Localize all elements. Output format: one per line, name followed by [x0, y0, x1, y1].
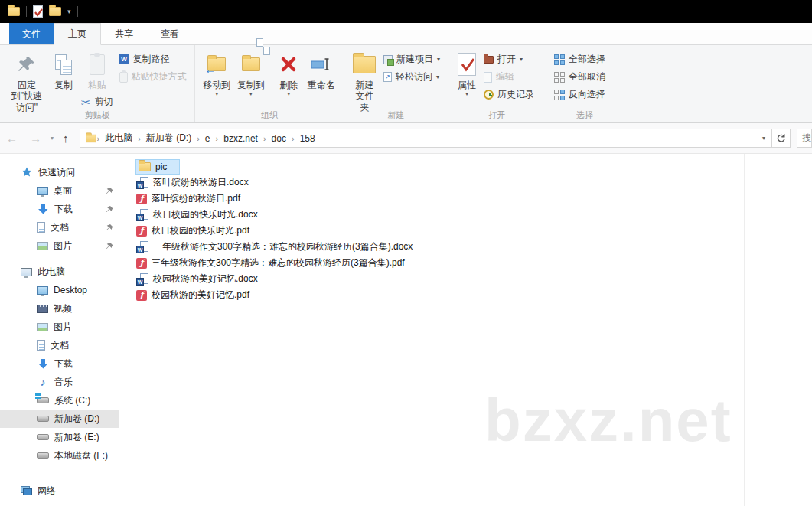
open-button[interactable]: 打开 ▾: [481, 51, 537, 68]
sidebar-item-videos[interactable]: 视频: [0, 299, 119, 318]
paste-shortcut-label: 粘贴快捷方式: [132, 70, 187, 83]
select-all-icon: [554, 54, 565, 65]
breadcrumb-e[interactable]: e: [200, 133, 216, 144]
ribbon-group-new: 新建 文件夹 新建项目 ▾ 轻松访问 ▾ 新建: [344, 45, 448, 122]
rename-icon: [311, 51, 332, 78]
rename-label: 重命名: [308, 80, 335, 90]
drive-icon: [37, 416, 49, 422]
pin-to-quick-access-label: 固定到"快速访问": [7, 80, 47, 113]
breadcrumb-drive-d[interactable]: 新加卷 (D:): [141, 132, 197, 145]
move-to-button[interactable]: ← 移动到 ▾: [200, 47, 233, 101]
copy-path-button[interactable]: W 复制路径: [116, 51, 190, 68]
sidebar-item-downloads[interactable]: 下载: [0, 354, 119, 373]
sidebar-item-desktop[interactable]: Desktop: [0, 281, 119, 299]
file-row[interactable]: 秋日校园的快乐时光.pdf: [126, 223, 812, 239]
file-row[interactable]: 校园秋游的美好记忆.docx: [126, 271, 812, 287]
ribbon: 固定到"快速访问" 复制 粘贴 ✂ 剪切 W 复制路径 粘贴快捷方式: [0, 45, 812, 123]
history-icon: [484, 90, 494, 100]
sidebar-item-documents[interactable]: 文档: [0, 336, 119, 354]
file-row[interactable]: 三年级秋游作文300字精选：难忘的校园秋游经历(3篇合集).docx: [126, 239, 812, 255]
file-row[interactable]: 落叶缤纷的秋游日.pdf: [126, 191, 812, 207]
copy-to-label: 复制到: [237, 80, 265, 90]
quick-access-toolbar-caret-icon[interactable]: ▾: [67, 8, 71, 15]
word-icon: [136, 209, 148, 221]
sidebar-item-drive-c[interactable]: 系统 (C:): [0, 391, 119, 410]
sidebar-item-drive-d[interactable]: 新加卷 (D:): [0, 410, 119, 428]
file-row[interactable]: 落叶缤纷的秋游日.docx: [126, 175, 812, 191]
file-row[interactable]: 秋日校园的快乐时光.docx: [126, 207, 812, 223]
invert-selection-button[interactable]: 反向选择: [551, 86, 608, 103]
copy-to-button[interactable]: 复制到 ▾: [233, 47, 267, 101]
main-area: 快速访问 桌面 下载 文档 图片 此电脑 Desktop: [0, 154, 812, 506]
pane-divider: [744, 154, 745, 506]
select-all-label: 全部选择: [569, 53, 605, 66]
sidebar-item-music[interactable]: ♪ 音乐: [0, 373, 119, 391]
sidebar-item-this-pc[interactable]: 此电脑: [0, 263, 119, 281]
properties-shortcut-icon[interactable]: [33, 5, 43, 18]
up-button[interactable]: ↑: [57, 132, 75, 145]
sidebar-item-documents-qa[interactable]: 文档: [0, 218, 119, 237]
address-bar[interactable]: › 此电脑 › 新加卷 (D:) › e › bzxz.net › doc › …: [80, 129, 773, 148]
breadcrumb-bzxz-net[interactable]: bzxz.net: [218, 133, 263, 144]
clipboard-icon: [90, 51, 105, 78]
breadcrumb-doc[interactable]: doc: [266, 133, 292, 144]
ribbon-group-open: 属性 ▾ 打开 ▾ 编辑 历史记录 打开: [448, 45, 546, 122]
tab-share[interactable]: 共享: [101, 23, 147, 44]
system-drive-icon: [37, 397, 49, 403]
properties-button[interactable]: 属性 ▾: [453, 47, 481, 101]
forward-button[interactable]: →: [24, 132, 47, 145]
refresh-button[interactable]: [772, 129, 791, 148]
cut-button[interactable]: ✂ 剪切: [78, 93, 116, 111]
pin-icon: [106, 224, 113, 234]
organize-group-label: 组织: [195, 109, 344, 121]
download-icon: [37, 359, 49, 369]
ribbon-group-select: 全部选择 全部取消 反向选择 选择: [546, 45, 623, 122]
sidebar-item-quick-access[interactable]: 快速访问: [0, 163, 119, 181]
pdf-icon: [136, 290, 147, 301]
address-dropdown-caret-icon[interactable]: ▾: [756, 135, 771, 142]
delete-button[interactable]: 删除 ▾: [274, 47, 304, 101]
select-all-button[interactable]: 全部选择: [551, 51, 608, 68]
sidebar-item-downloads-qa[interactable]: 下载: [0, 200, 119, 218]
rename-button[interactable]: 重命名: [304, 47, 339, 93]
breadcrumb-158[interactable]: 158: [295, 133, 321, 144]
copy-path-label: 复制路径: [133, 53, 170, 66]
sidebar-item-pictures[interactable]: 图片: [0, 318, 119, 336]
search-input[interactable]: 搜: [797, 129, 812, 148]
app-folder-icon: [8, 7, 20, 16]
sidebar-item-drive-e[interactable]: 新加卷 (E:): [0, 428, 119, 446]
easy-access-icon: [383, 72, 392, 82]
sidebar-item-label: 下载: [54, 357, 73, 371]
pin-to-quick-access-button[interactable]: 固定到"快速访问": [5, 47, 49, 116]
pin-icon: [106, 205, 113, 216]
sidebar-item-drive-f[interactable]: 本地磁盘 (F:): [0, 446, 119, 465]
new-folder-shortcut-icon[interactable]: [49, 7, 61, 16]
tab-home[interactable]: 主页: [54, 23, 101, 45]
history-button[interactable]: 历史记录: [481, 86, 537, 103]
word-icon: [136, 241, 148, 253]
desktop-icon: [37, 187, 48, 195]
breadcrumb-this-pc[interactable]: 此电脑: [99, 132, 138, 145]
pin-icon: [106, 187, 113, 198]
recent-locations-caret-icon[interactable]: ▾: [47, 135, 57, 142]
select-none-button[interactable]: 全部取消: [551, 68, 608, 86]
chevron-down-icon: ▾: [465, 90, 468, 98]
paste-label: 粘贴: [88, 80, 106, 90]
new-item-button[interactable]: 新建项目 ▾: [380, 51, 443, 68]
easy-access-button[interactable]: 轻松访问 ▾: [380, 68, 443, 86]
sidebar-item-network[interactable]: 网络: [0, 482, 119, 500]
tab-file[interactable]: 文件: [9, 23, 54, 44]
invert-selection-icon: [554, 90, 565, 100]
new-folder-button[interactable]: 新建 文件夹: [349, 47, 380, 116]
file-row[interactable]: 三年级秋游作文300字精选：难忘的校园秋游经历(3篇合集).pdf: [126, 255, 812, 271]
sidebar-item-pictures-qa[interactable]: 图片: [0, 237, 119, 255]
refresh-icon: [776, 133, 786, 143]
sidebar-item-desktop-qa[interactable]: 桌面: [0, 181, 119, 200]
file-row[interactable]: 校园秋游的美好记忆.pdf: [126, 287, 812, 303]
copy-to-icon: [242, 51, 260, 78]
copy-button[interactable]: 复制: [49, 47, 78, 93]
tab-view[interactable]: 查看: [147, 23, 193, 44]
file-row-selected[interactable]: pic: [126, 158, 812, 175]
search-placeholder: 搜: [802, 132, 811, 145]
back-button[interactable]: ←: [0, 132, 24, 145]
